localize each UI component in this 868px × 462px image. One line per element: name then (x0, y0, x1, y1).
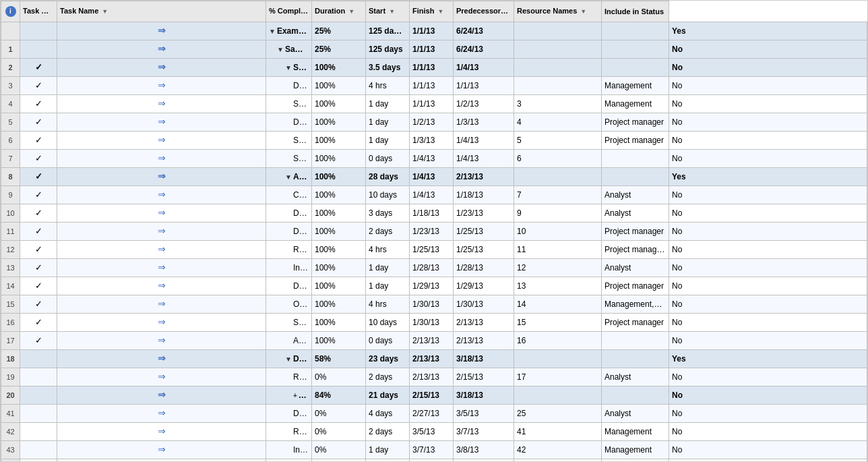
task-mode-arrow-icon: ⇒ (158, 224, 166, 238)
task-name-cell[interactable]: Incorporate feedback on software specifi… (266, 259, 312, 277)
header-pct-complete[interactable]: % Complete ▼ (266, 1, 312, 22)
start-cell: 1/1/13 (410, 59, 454, 77)
include-in-status-cell: Yes (669, 22, 867, 40)
pct-complete-cell: 0% (312, 405, 366, 423)
collapse-icon[interactable]: ▼ (277, 42, 284, 57)
info-icon[interactable]: i (5, 6, 16, 17)
predecessors-cell (514, 350, 602, 368)
table-row[interactable]: 41⇒Develop prototype based on functional… (1, 405, 867, 423)
task-mode-cell: ⇒ (57, 295, 266, 314)
task-name-text: Scope (293, 63, 312, 72)
task-name-cell[interactable]: Review functional specifications (266, 423, 312, 441)
task-name-cell[interactable]: ▼ Design (266, 350, 312, 368)
table-row[interactable]: 7✓⇒Scope complete100%0 days1/4/131/4/136… (1, 150, 867, 168)
finish-cell: 6/24/13 (454, 40, 514, 59)
task-mode-cell: ⇒ (57, 314, 266, 332)
task-name-cell[interactable]: Scope complete (266, 150, 312, 168)
task-name-cell[interactable]: Develop preliminary budget (266, 223, 312, 241)
task-name-cell[interactable]: Analysis complete (266, 332, 312, 350)
task-name-cell[interactable]: Draft preliminary software specification… (266, 204, 312, 223)
check-mark-cell (20, 423, 57, 441)
header-duration[interactable]: Duration ▼ (312, 1, 366, 22)
header-resource-names[interactable]: Resource Names ▼ (514, 1, 602, 22)
predecessors-cell: 11 (514, 241, 602, 259)
task-name-cell[interactable]: Define preliminary resources (266, 113, 312, 132)
start-cell: 2/13/13 (410, 350, 454, 368)
table-row[interactable]: 18⇒▼ Design58%23 days2/13/133/18/13Yes (1, 350, 867, 368)
pct-complete-cell: 100% (312, 132, 366, 150)
header-task-name[interactable]: Task Name ▼ (57, 1, 266, 22)
task-name-text: Incorporate feedback into functional spe… (293, 445, 312, 455)
task-name-cell[interactable]: Develop prototype based on functional sp… (266, 405, 312, 423)
table-row[interactable]: 8✓⇒▼ Analysis/Software Requirements100%2… (1, 168, 867, 186)
collapse-icon[interactable]: ▼ (285, 352, 292, 366)
task-name-cell[interactable]: Incorporate feedback into functional spe… (266, 441, 312, 459)
start-cell: 1/1/13 (410, 77, 454, 95)
table-row[interactable]: 9✓⇒Conduct needs analysis100%10 days1/4/… (1, 186, 867, 204)
task-mode-arrow-icon: ⇒ (158, 297, 166, 311)
table-row[interactable]: ⇒▼ Example Project25%125 days?1/1/136/24… (1, 22, 867, 40)
task-name-cell[interactable]: Review preliminary software specificatio… (266, 368, 312, 386)
table-row[interactable]: 43⇒Incorporate feedback into functional … (1, 441, 867, 459)
table-row[interactable]: 13✓⇒Incorporate feedback on software spe… (1, 259, 867, 277)
collapse-icon[interactable]: ▼ (285, 170, 292, 184)
start-cell: 1/18/13 (410, 204, 454, 223)
table-row[interactable]: 15✓⇒Obtain approvals to proceed (concept… (1, 295, 867, 314)
table-row[interactable]: 19⇒Review preliminary software specifica… (1, 368, 867, 386)
table-row[interactable]: 1⇒▼ Sample Software Development Schedule… (1, 40, 867, 59)
check-mark-icon: ✓ (35, 226, 42, 236)
resource-names-cell: Management,Proje (602, 459, 669, 463)
start-cell: 3/7/13 (410, 441, 454, 459)
task-name-cell[interactable]: Conduct needs analysis (266, 186, 312, 204)
table-row[interactable]: 14✓⇒Develop delivery timeline100%1 day1/… (1, 277, 867, 295)
task-name-cell[interactable]: Obtain approvals to proceed (concept, ti… (266, 295, 312, 314)
table-row[interactable]: 11✓⇒Develop preliminary budget100%2 days… (1, 223, 867, 241)
table-row[interactable]: 4✓⇒Secure project sponsorship100%1 day1/… (1, 95, 867, 113)
task-name-cell[interactable]: ▼ Analysis/Software Requirements (266, 168, 312, 186)
header-task-mode[interactable]: Task Mode ▼ (20, 1, 57, 22)
table-row[interactable]: 5✓⇒Define preliminary resources100%1 day… (1, 113, 867, 132)
task-name-cell[interactable]: Obtain approval to proceed (266, 459, 312, 463)
check-mark-icon: ✓ (35, 244, 42, 254)
task-mode-arrow-icon: ⇒ (158, 315, 166, 329)
table-row[interactable]: 20⇒+ Develop functional specifications84… (1, 386, 867, 405)
row-number: 12 (1, 241, 20, 259)
collapse-icon[interactable]: + (293, 388, 297, 403)
start-cell: 1/1/13 (410, 95, 454, 113)
check-mark-icon: ✓ (35, 98, 42, 109)
task-name-cell[interactable]: + Develop functional specifications (266, 386, 312, 405)
resource-names-cell: Management (602, 77, 669, 95)
table-row[interactable]: 17✓⇒Analysis complete100%0 days2/13/132/… (1, 332, 867, 350)
task-name-cell[interactable]: Secure project sponsorship (266, 95, 312, 113)
table-row[interactable]: 10✓⇒Draft preliminary software specifica… (1, 204, 867, 223)
header-finish[interactable]: Finish ▼ (410, 1, 454, 22)
task-name-cell[interactable]: Secure required resources (266, 314, 312, 332)
table-row[interactable]: 42⇒Review functional specifications0%2 d… (1, 423, 867, 441)
task-name-cell[interactable]: ▼ Scope (266, 59, 312, 77)
table-row[interactable]: 44⇒Obtain approval to proceed0%4 hrs3/8/… (1, 459, 867, 463)
resource-names-cell (602, 386, 669, 405)
task-mode-arrow-icon: ⇒ (158, 206, 166, 220)
table-row[interactable]: 6✓⇒Secure core resources100%1 day1/3/131… (1, 132, 867, 150)
header-start[interactable]: Start ▼ (366, 1, 410, 22)
header-predecessors[interactable]: Predecessors ▼ (454, 1, 514, 22)
task-name-cell[interactable]: ▼ Sample Software Development Schedule (266, 40, 312, 59)
task-name-cell[interactable]: Review software specifications/budget wi… (266, 241, 312, 259)
collapse-icon[interactable]: ▼ (285, 61, 292, 75)
table-row[interactable]: 12✓⇒Review software specifications/budge… (1, 241, 867, 259)
pct-complete-cell: 0% (312, 441, 366, 459)
header-include-in-status[interactable]: Include in Status (602, 1, 669, 22)
table-row[interactable]: 16✓⇒Secure required resources100%10 days… (1, 314, 867, 332)
row-number: 14 (1, 277, 20, 295)
collapse-icon[interactable]: ▼ (269, 24, 276, 38)
task-name-cell[interactable]: Secure core resources (266, 132, 312, 150)
finish-cell: 1/30/13 (454, 295, 514, 314)
table-row[interactable]: 2✓⇒▼ Scope100%3.5 days1/1/131/4/13No (1, 59, 867, 77)
check-mark-icon: ✓ (35, 153, 42, 163)
table-row[interactable]: 3✓⇒Determine project scope100%4 hrs1/1/1… (1, 77, 867, 95)
task-name-cell[interactable]: Determine project scope (266, 77, 312, 95)
task-name-cell[interactable]: ▼ Example Project (266, 22, 312, 40)
task-name-cell[interactable]: Develop delivery timeline (266, 277, 312, 295)
check-mark-cell (20, 40, 57, 59)
include-in-status-cell: No (669, 77, 867, 95)
